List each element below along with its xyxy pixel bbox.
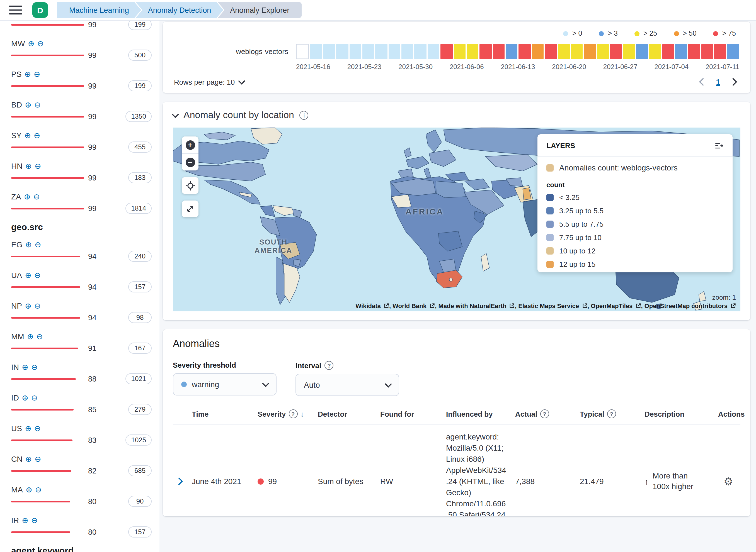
swimlane-cell[interactable] <box>675 44 687 59</box>
filter-out-icon[interactable]: ⊖ <box>34 70 40 78</box>
swimlane-cell[interactable] <box>375 44 388 59</box>
filter-for-icon[interactable]: ⊕ <box>25 162 31 170</box>
column-header-actual[interactable]: Actual? <box>515 409 580 418</box>
filter-for-icon[interactable]: ⊕ <box>25 424 31 432</box>
filter-for-icon[interactable]: ⊕ <box>25 455 31 463</box>
filter-for-icon[interactable]: ⊕ <box>25 271 31 279</box>
filter-for-icon[interactable]: ⊕ <box>26 486 32 494</box>
filter-out-icon[interactable]: ⊖ <box>34 101 40 109</box>
swimlane-cell[interactable] <box>532 44 544 59</box>
column-header-influenced-by[interactable]: Influenced by <box>446 410 515 418</box>
filter-for-icon[interactable]: ⊕ <box>25 101 31 109</box>
filter-for-icon[interactable]: ⊕ <box>22 394 28 402</box>
swimlane-cell[interactable] <box>349 44 361 59</box>
previous-page-icon[interactable] <box>699 78 707 86</box>
attribution-link[interactable]: Wikidata <box>356 302 389 309</box>
collapse-layers-icon[interactable] <box>714 141 724 150</box>
swimlane-cell[interactable] <box>519 44 531 59</box>
swimlane-cell[interactable] <box>662 44 674 59</box>
attribution-link[interactable]: OpenStreetMap contributors <box>645 302 736 309</box>
swimlane-cell[interactable] <box>415 44 427 59</box>
column-header-description[interactable]: Description <box>645 410 718 418</box>
swimlane-cell[interactable] <box>493 44 505 59</box>
swimlane-cell[interactable] <box>636 44 648 59</box>
breadcrumb-machine-learning[interactable]: Machine Learning <box>57 2 141 18</box>
attribution-link[interactable]: Elastic Maps Service <box>518 302 587 309</box>
next-page-icon[interactable] <box>729 78 737 86</box>
swimlane-cell[interactable] <box>584 44 596 59</box>
filter-out-icon[interactable]: ⊖ <box>31 394 37 402</box>
swimlane-cell[interactable] <box>388 44 400 59</box>
hamburger-menu-icon[interactable] <box>9 3 22 17</box>
filter-out-icon[interactable]: ⊖ <box>34 131 40 139</box>
interval-select[interactable]: Auto <box>296 374 399 396</box>
filter-out-icon[interactable]: ⊖ <box>36 332 43 340</box>
severity-threshold-select[interactable]: warning <box>173 373 277 396</box>
swimlane-cell[interactable] <box>467 44 478 59</box>
filter-out-icon[interactable]: ⊖ <box>34 241 41 248</box>
filter-for-icon[interactable]: ⊕ <box>28 39 34 47</box>
swimlane-cell[interactable] <box>610 44 622 59</box>
column-header-typical[interactable]: Typical? <box>580 409 645 418</box>
swimlane-cell[interactable] <box>688 44 700 59</box>
filter-out-icon[interactable]: ⊖ <box>34 302 40 310</box>
swimlane-cell[interactable] <box>727 44 739 59</box>
swimlane-cell[interactable] <box>649 44 661 59</box>
expand-row-icon[interactable] <box>175 477 183 485</box>
layer-item[interactable]: Anomalies count: weblogs-vectors <box>546 163 724 172</box>
attribution-link[interactable]: World Bank <box>393 302 435 309</box>
filter-out-icon[interactable]: ⊖ <box>34 455 41 463</box>
filter-out-icon[interactable]: ⊖ <box>34 424 40 432</box>
filter-out-icon[interactable]: ⊖ <box>34 162 41 170</box>
swimlane-cell[interactable] <box>714 44 726 59</box>
swimlane-cell[interactable] <box>323 44 335 59</box>
column-header-detector[interactable]: Detector <box>318 410 380 418</box>
rows-per-page-button[interactable]: Rows per page: 10 <box>174 78 244 86</box>
filter-out-icon[interactable]: ⊖ <box>35 486 41 494</box>
gear-icon[interactable]: ⚙ <box>718 475 733 487</box>
collapse-section-icon[interactable] <box>172 111 179 118</box>
filter-for-icon[interactable]: ⊕ <box>22 516 28 524</box>
filter-out-icon[interactable]: ⊖ <box>34 271 40 279</box>
attribution-link[interactable]: Made with NaturalEarth <box>438 302 515 309</box>
filter-for-icon[interactable]: ⊕ <box>25 241 31 248</box>
filter-for-icon[interactable]: ⊕ <box>25 302 31 310</box>
filter-out-icon[interactable]: ⊖ <box>31 363 37 371</box>
swimlane-cell[interactable] <box>701 44 713 59</box>
filter-for-icon[interactable]: ⊕ <box>24 70 31 78</box>
swimlane-cell[interactable] <box>362 44 374 59</box>
filter-for-icon[interactable]: ⊕ <box>24 131 31 139</box>
breadcrumb-anomaly-detection[interactable]: Anomaly Detection <box>136 2 224 18</box>
filter-for-icon[interactable]: ⊕ <box>24 193 30 200</box>
filter-for-icon[interactable]: ⊕ <box>27 332 33 340</box>
filter-out-icon[interactable]: ⊖ <box>37 39 43 47</box>
set-view-crosshair-button[interactable] <box>182 177 199 194</box>
page-number[interactable]: 1 <box>716 78 720 86</box>
swimlane-cell[interactable] <box>558 44 570 59</box>
filter-for-icon[interactable]: ⊕ <box>22 363 28 371</box>
column-header-actions[interactable]: Actions <box>718 410 750 418</box>
space-avatar[interactable]: D <box>32 2 48 18</box>
swimlane-cell[interactable] <box>597 44 609 59</box>
zoom-out-button[interactable]: − <box>182 154 199 170</box>
column-header-found-for[interactable]: Found for <box>380 410 446 418</box>
world-map[interactable]: AFRICA SOUTH AMERICA + − <box>173 128 740 311</box>
swimlane-cell[interactable] <box>545 44 557 59</box>
zoom-in-button[interactable]: + <box>182 136 199 153</box>
swimlane-cell[interactable] <box>402 44 413 59</box>
swimlane-cell[interactable] <box>480 44 492 59</box>
filter-out-icon[interactable]: ⊖ <box>33 193 39 200</box>
help-icon[interactable]: ? <box>325 361 334 370</box>
swimlane-cell[interactable] <box>623 44 635 59</box>
column-header-severity[interactable]: Severity?↓ <box>257 409 318 418</box>
swimlane-cell[interactable] <box>428 44 440 59</box>
attribution-link[interactable]: OpenMapTiles <box>591 302 641 309</box>
swimlane-cell[interactable] <box>453 44 465 59</box>
column-header-time[interactable]: Time <box>192 410 257 418</box>
swimlane-cell[interactable] <box>571 44 583 59</box>
info-icon[interactable]: i <box>300 111 309 120</box>
swimlane-cell[interactable] <box>440 44 452 59</box>
swimlane-cell[interactable] <box>296 44 309 59</box>
swimlane-cell[interactable] <box>310 44 322 59</box>
filter-out-icon[interactable]: ⊖ <box>31 516 37 524</box>
